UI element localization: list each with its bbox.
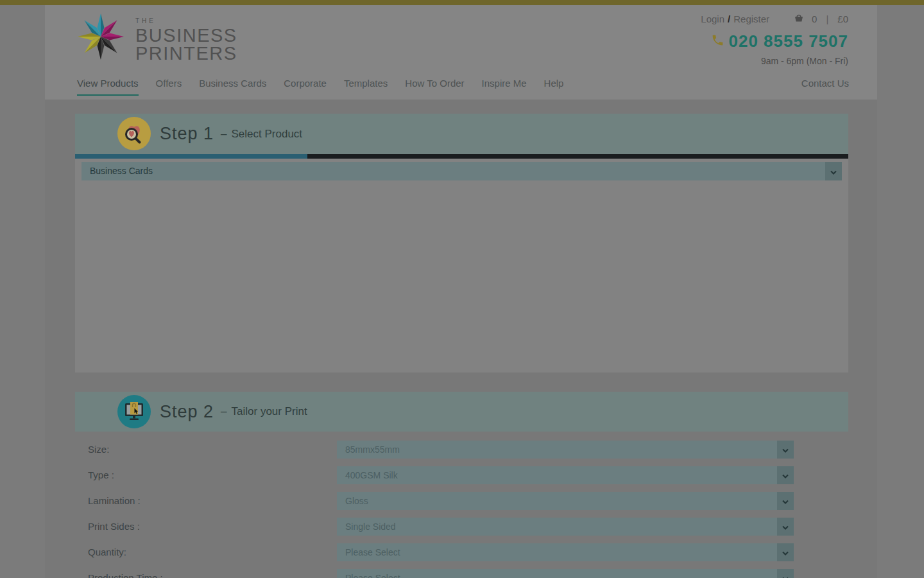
step-progress-bar <box>75 154 848 159</box>
chevron-down-icon <box>782 572 789 578</box>
register-link[interactable]: Register <box>733 13 769 24</box>
chevron-down-icon <box>782 469 789 481</box>
chevron-down-icon <box>782 521 789 532</box>
progress-remaining-segment <box>307 154 849 159</box>
product-select-arrow <box>825 162 842 180</box>
chevron-down-icon <box>782 444 789 455</box>
lamination-select-value: Gloss <box>337 492 794 510</box>
lamination-label: Lamination : <box>88 492 141 510</box>
step1-dash: – <box>221 128 227 141</box>
step2-title: Step 2 <box>160 402 214 422</box>
step2-titles: Step 2 – Tailor your Print <box>160 392 307 432</box>
production-time-select-arrow <box>777 569 794 578</box>
size-label: Size: <box>88 441 109 459</box>
step1-titles: Step 1 – Select Product <box>160 114 302 154</box>
opening-hours: 9am - 6pm (Mon - Fri) <box>701 56 848 66</box>
brand-logo[interactable]: THE BUSINESS PRINTERS <box>75 10 237 66</box>
print-sides-select-value: Single Sided <box>337 518 794 536</box>
phone-row: 020 8555 7507 <box>701 31 848 51</box>
logo-line-printers: PRINTERS <box>135 44 237 62</box>
production-time-label: Production Time : <box>88 569 163 578</box>
header-separator: | <box>826 13 828 24</box>
form-row-quantity: Quantity: Please Select <box>75 543 848 561</box>
product-select[interactable]: Business Cards <box>81 162 842 180</box>
phone-number[interactable]: 020 8555 7507 <box>728 31 848 51</box>
step1-panel: Step 1 – Select Product Business Cards <box>75 114 848 372</box>
step1-subtitle: Select Product <box>232 128 303 141</box>
site-header: THE BUSINESS PRINTERS Login / Register <box>45 5 877 100</box>
phone-icon <box>711 33 724 49</box>
step2-header: Step 2 – Tailor your Print <box>75 392 848 432</box>
chevron-down-icon <box>782 495 789 507</box>
nav-item-how-to-order[interactable]: How To Order <box>405 78 464 94</box>
logo-line-business: BUSINESS <box>135 26 237 44</box>
size-select[interactable]: 85mmx55mm <box>337 441 794 459</box>
basket-link[interactable]: 0 <box>794 13 817 24</box>
size-select-arrow <box>777 441 794 459</box>
login-link[interactable]: Login <box>701 13 724 24</box>
quantity-select[interactable]: Please Select <box>337 543 794 561</box>
size-select-value: 85mmx55mm <box>337 441 794 459</box>
header-utilities: Login / Register 0 | £0 <box>701 12 848 66</box>
chevron-down-icon <box>782 547 789 558</box>
nav-item-templates[interactable]: Templates <box>344 78 388 94</box>
step2-dash: – <box>221 405 227 418</box>
step2-subtitle: Tailor your Print <box>232 405 307 418</box>
form-row-lamination: Lamination : Gloss <box>75 492 848 510</box>
form-row-type: Type : 400GSM Silk <box>75 466 848 484</box>
type-select-arrow <box>777 466 794 484</box>
select-product-icon <box>117 117 151 150</box>
tailor-print-icon <box>117 395 151 428</box>
chevron-down-icon <box>830 166 837 177</box>
nav-item-inspire-me[interactable]: Inspire Me <box>482 78 527 94</box>
form-row-production-time: Production Time : Please Select <box>75 569 848 578</box>
tailor-print-form: Size: 85mmx55mm Type : 400GSM Silk Lamin… <box>75 441 848 578</box>
nav-item-contact-us[interactable]: Contact Us <box>801 78 849 94</box>
cart-total[interactable]: £0 <box>837 13 848 24</box>
lamination-select-arrow <box>777 492 794 510</box>
nav-item-view-products[interactable]: View Products <box>77 78 139 96</box>
main-nav: View Products Offers Business Cards Corp… <box>77 78 849 96</box>
progress-complete-segment <box>75 154 307 159</box>
step1-title: Step 1 <box>160 124 214 144</box>
account-row: Login / Register 0 | £0 <box>701 12 848 26</box>
nav-item-offers[interactable]: Offers <box>156 78 182 94</box>
type-select[interactable]: 400GSM Silk <box>337 466 794 484</box>
logo-star-icon <box>75 10 126 66</box>
print-sides-select-arrow <box>777 518 794 536</box>
logo-line-the: THE <box>135 17 237 24</box>
top-accent-bar <box>0 0 924 5</box>
quantity-select-arrow <box>777 543 794 561</box>
product-select-value: Business Cards <box>81 162 842 180</box>
step1-header: Step 1 – Select Product <box>75 114 848 154</box>
production-time-select[interactable]: Please Select <box>337 569 794 578</box>
print-sides-select[interactable]: Single Sided <box>337 518 794 536</box>
print-sides-label: Print Sides : <box>88 518 140 536</box>
logo-text: THE BUSINESS PRINTERS <box>135 17 237 62</box>
nav-item-help[interactable]: Help <box>544 78 564 94</box>
nav-item-corporate[interactable]: Corporate <box>284 78 327 94</box>
type-label: Type : <box>88 466 114 484</box>
type-select-value: 400GSM Silk <box>337 466 794 484</box>
basket-icon <box>794 13 804 24</box>
production-time-select-value: Please Select <box>337 569 794 578</box>
login-register-slash: / <box>728 13 730 24</box>
quantity-select-value: Please Select <box>337 543 794 561</box>
lamination-select[interactable]: Gloss <box>337 492 794 510</box>
quantity-label: Quantity: <box>88 543 126 561</box>
basket-count: 0 <box>812 13 817 24</box>
nav-item-business-cards[interactable]: Business Cards <box>199 78 266 94</box>
form-row-size: Size: 85mmx55mm <box>75 441 848 459</box>
site-wrapper: THE BUSINESS PRINTERS Login / Register <box>45 5 877 578</box>
form-row-print-sides: Print Sides : Single Sided <box>75 518 848 536</box>
